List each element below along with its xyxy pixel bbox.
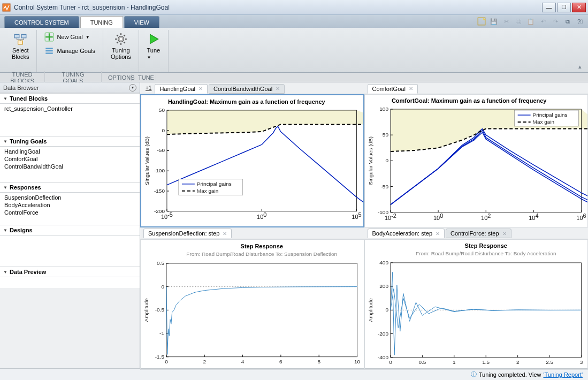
svg-text:100: 100 <box>379 106 388 112</box>
svg-rect-73 <box>166 263 357 357</box>
cut-icon[interactable]: ✂ <box>501 17 511 26</box>
close-icon[interactable]: ✕ <box>198 86 203 92</box>
manage-goals-button[interactable]: Manage Goals <box>42 45 97 57</box>
svg-text:-400: -400 <box>377 354 388 360</box>
new-goal-button[interactable]: New Goal ▼ <box>42 31 97 43</box>
data-browser-header: Data Browser ▾ <box>0 82 140 93</box>
chart-tab-handlinggoal[interactable]: HandlingGoal✕ <box>155 84 208 94</box>
list-item[interactable]: ControlBandwidthGoal <box>0 163 140 170</box>
main-tabstrip: CONTROL SYSTEM TUNING VIEW 💾 ✂ ⿻ 📋 ↶ ↷ ⧉… <box>0 15 588 28</box>
svg-text:-150: -150 <box>154 188 165 194</box>
select-blocks-button[interactable]: Select Blocks <box>10 31 31 61</box>
close-icon[interactable]: ✕ <box>409 86 413 92</box>
list-item[interactable]: SuspensionDeflection <box>0 194 140 201</box>
select-blocks-icon <box>13 32 27 46</box>
tab-control-system[interactable]: CONTROL SYSTEM <box>4 16 79 28</box>
window-titlebar: Control System Tuner - rct_suspension - … <box>0 0 588 15</box>
window-icon[interactable]: ⧉ <box>563 17 572 26</box>
window-title: Control System Tuner - rct_suspension - … <box>14 4 542 11</box>
paste-icon[interactable]: 📋 <box>526 17 536 26</box>
svg-line-16 <box>124 42 125 43</box>
svg-text:2: 2 <box>516 359 519 364</box>
svg-text:50: 50 <box>159 107 165 113</box>
chart-bodyaccel-step[interactable]: -400-200020040000.511.522.53Step Respons… <box>364 239 589 370</box>
svg-line-15 <box>117 35 118 36</box>
svg-text:8: 8 <box>317 358 320 364</box>
maximize-button[interactable]: ☐ <box>557 3 571 12</box>
ribbon: Select Blocks New Goal ▼ Manage Goals Tu… <box>0 28 588 73</box>
close-icon[interactable]: ✕ <box>436 231 440 237</box>
panel-options-icon[interactable]: ▾ <box>129 84 136 92</box>
svg-text:3: 3 <box>579 359 583 364</box>
chart-handlinggoal[interactable]: -200-150-100-5005010-5100105HandlingGoal… <box>140 94 364 227</box>
new-goal-icon <box>44 32 54 42</box>
svg-rect-2 <box>14 34 19 38</box>
suppressed-tab-indicator[interactable]: +1 <box>143 85 154 91</box>
svg-text:2: 2 <box>203 358 206 364</box>
copy-icon[interactable]: ⿻ <box>514 17 523 26</box>
svg-text:Principal gains: Principal gains <box>532 112 567 118</box>
dropdown-arrow-icon: ▼ <box>147 55 151 60</box>
svg-text:100: 100 <box>257 211 266 220</box>
svg-text:-50: -50 <box>157 147 165 153</box>
tuning-report-link[interactable]: 'Tuning Report' <box>544 371 583 378</box>
svg-text:0: 0 <box>161 283 164 289</box>
svg-text:0: 0 <box>385 157 388 163</box>
list-item[interactable]: BodyAcceleration <box>0 201 140 209</box>
svg-text:0: 0 <box>389 359 392 364</box>
list-item[interactable]: ComfortGoal <box>0 155 140 163</box>
chart-tab-controlforce-step[interactable]: ControlForce: step✕ <box>446 229 511 238</box>
svg-text:0: 0 <box>162 127 165 133</box>
svg-text:0.5: 0.5 <box>418 359 426 364</box>
list-item[interactable]: ControlForce <box>0 209 140 216</box>
chart-tab-bodyaccel-step[interactable]: BodyAcceleration: step✕ <box>368 229 445 238</box>
panel-header-tuned-blocks[interactable]: Tuned Blocks <box>0 93 140 104</box>
save-icon[interactable]: 💾 <box>489 17 499 26</box>
help-icon[interactable]: ?⃝ <box>575 17 585 26</box>
close-icon[interactable]: ✕ <box>502 231 507 237</box>
collapse-ribbon-icon[interactable]: ▴ <box>576 61 584 72</box>
svg-rect-3 <box>21 34 26 38</box>
dropdown-arrow-icon: ▼ <box>86 35 90 40</box>
panel-header-data-preview[interactable]: Data Preview <box>0 267 140 277</box>
minimize-button[interactable]: — <box>542 3 556 12</box>
list-item[interactable]: HandlingGoal <box>0 148 140 155</box>
svg-text:HandlingGoal: Maximum gain as : HandlingGoal: Maximum gain as a function… <box>168 98 326 105</box>
svg-rect-0 <box>3 4 10 11</box>
svg-text:0: 0 <box>385 307 388 313</box>
svg-text:-1.5: -1.5 <box>155 353 165 359</box>
ribbon-sections: TUNED BLOCKS TUNING GOALS OPTIONS TUNE <box>0 73 588 82</box>
svg-text:-50: -50 <box>380 184 388 189</box>
toolbar-action-icon[interactable] <box>477 17 486 26</box>
svg-text:-1: -1 <box>159 330 164 336</box>
tuning-options-button[interactable]: Tuning Options <box>109 31 133 61</box>
tab-view[interactable]: VIEW <box>124 16 159 28</box>
svg-text:106: 106 <box>576 212 586 221</box>
chart-tab-comfortgoal[interactable]: ComfortGoal✕ <box>368 84 418 94</box>
svg-rect-4 <box>18 41 23 44</box>
svg-text:Principal gains: Principal gains <box>197 181 232 187</box>
tune-button[interactable]: Tune▼ <box>144 31 163 61</box>
redo-icon[interactable]: ↷ <box>551 17 560 26</box>
close-icon[interactable]: ✕ <box>223 231 227 237</box>
list-item[interactable]: rct_suspension_Controller <box>0 105 140 112</box>
play-icon <box>147 32 161 46</box>
svg-text:Max gain: Max gain <box>197 188 218 194</box>
tab-tuning[interactable]: TUNING <box>80 16 123 28</box>
chart-tab-suspension-step[interactable]: SuspensionDeflection: step✕ <box>143 229 232 238</box>
svg-point-10 <box>120 38 122 40</box>
svg-text:Amplitude: Amplitude <box>367 298 373 322</box>
close-button[interactable]: ✕ <box>572 3 586 12</box>
chart-suspension-step[interactable]: -1.5-1-0.500.50246810Step ResponseFrom: … <box>140 239 364 370</box>
panel-header-designs[interactable]: Designs <box>0 225 140 235</box>
chart-tab-controlbandwidthgoal[interactable]: ControlBandwidthGoal✕ <box>209 84 285 94</box>
panel-header-tuning-goals[interactable]: Tuning Goals <box>0 136 140 147</box>
panel-header-responses[interactable]: Responses <box>0 182 140 193</box>
svg-text:Step Response: Step Response <box>241 243 283 249</box>
close-icon[interactable]: ✕ <box>276 86 280 92</box>
undo-icon[interactable]: ↶ <box>538 17 548 26</box>
chart-comfortgoal[interactable]: -100-5005010010-2100102104106ComfortGoal… <box>364 94 589 227</box>
svg-text:1: 1 <box>453 359 456 364</box>
svg-text:From: Road Bump/Road Disturban: From: Road Bump/Road Disturbance To: Bod… <box>415 250 555 256</box>
svg-rect-7 <box>46 50 54 51</box>
